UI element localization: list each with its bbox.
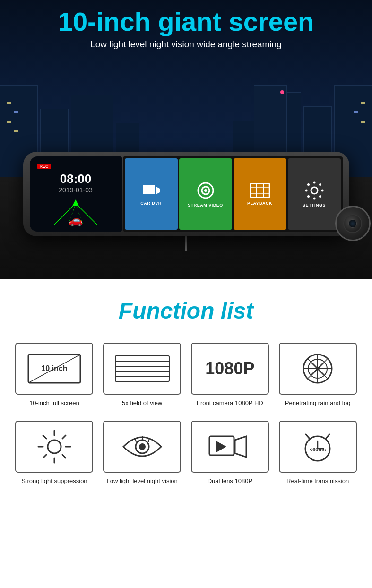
feature-front-camera-label: Front camera 1080P HD [197, 399, 263, 406]
menu-car-dvr-label: CAR DVR [140, 201, 162, 206]
svg-line-48 [43, 455, 46, 458]
menu-stream-video-label: STREAM VIDEO [188, 203, 223, 208]
menu-btn-settings[interactable]: SETTINGS [288, 158, 341, 230]
svg-point-16 [313, 181, 315, 183]
svg-point-21 [319, 195, 321, 198]
function-section: Function list 10 inch 10-inch full scree… [0, 279, 372, 494]
feature-full-screen: 10 inch 10-inch full screen [14, 343, 95, 406]
svg-point-9 [204, 189, 207, 192]
svg-line-59 [326, 434, 329, 438]
svg-text:<60ms: <60ms [310, 447, 326, 452]
svg-marker-6 [156, 187, 160, 194]
hero-subtitle: Low light level night vision wide angle … [0, 39, 372, 50]
feature-strong-light-label: Strong light suppression [21, 477, 87, 484]
device-time: 08:00 [60, 172, 92, 186]
svg-point-15 [311, 187, 318, 194]
svg-marker-4 [72, 199, 79, 206]
svg-point-23 [319, 183, 321, 186]
svg-point-18 [305, 189, 307, 191]
svg-rect-27 [115, 356, 169, 381]
feature-field-of-view: 5x field of view [102, 343, 182, 406]
feature-real-time-label: Real-time transmission [286, 477, 349, 484]
feature-dual-lens-label: Dual lens 1080P [208, 477, 252, 484]
section-title: Function list [9, 298, 363, 324]
svg-point-17 [313, 197, 315, 199]
menu-playback-label: PLAYBACK [247, 201, 272, 206]
menu-btn-stream-video[interactable]: STREAM VIDEO [179, 158, 232, 230]
hero-title: 10-inch giant screen [0, 7, 372, 36]
menu-settings-label: SETTINGS [303, 203, 326, 208]
hero-section: 10-inch giant screen Low light level nig… [0, 0, 372, 279]
feature-real-time: <60ms Real-time transmission [277, 421, 358, 484]
feature-rain-fog: Penetrating rain and fog [277, 343, 358, 406]
svg-point-19 [321, 189, 323, 191]
svg-point-40 [48, 440, 61, 453]
feature-rain-fog-label: Penetrating rain and fog [285, 399, 351, 406]
device-date: 2019-01-03 [59, 186, 93, 194]
svg-line-46 [62, 455, 66, 458]
svg-point-22 [307, 195, 310, 198]
menu-btn-playback[interactable]: PLAYBACK [234, 158, 286, 230]
feature-front-camera: 1080P Front camera 1080P HD [190, 343, 270, 406]
svg-line-47 [62, 435, 66, 439]
svg-marker-56 [217, 442, 225, 451]
svg-rect-10 [251, 183, 269, 198]
feature-night-vision: Low light level night vision [102, 421, 182, 484]
svg-line-45 [43, 435, 46, 439]
feature-dual-lens: Dual lens 1080P [190, 421, 270, 484]
rec-badge: REC [37, 164, 51, 169]
menu-btn-car-dvr[interactable]: CAR DVR [125, 158, 178, 230]
svg-rect-5 [143, 185, 155, 194]
feature-night-vision-label: Low light level night vision [106, 477, 177, 484]
svg-line-58 [306, 434, 309, 438]
feature-field-of-view-label: 5x field of view [122, 399, 162, 406]
feature-full-screen-label: 10-inch full screen [29, 399, 79, 406]
svg-point-20 [307, 183, 310, 186]
svg-line-26 [28, 355, 80, 383]
svg-point-50 [139, 443, 146, 450]
feature-strong-light: Strong light suppression [14, 421, 95, 484]
svg-marker-55 [235, 436, 246, 457]
